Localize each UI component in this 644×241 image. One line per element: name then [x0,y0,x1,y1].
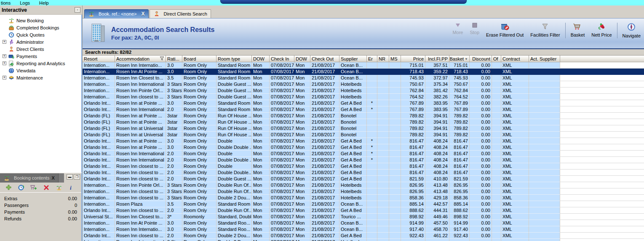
column-header-dow[interactable]: DOW [252,56,270,62]
table-row[interactable]: Orlando Int...Rosen Inn at Pointe ...3.0… [83,138,644,144]
column-header-dow[interactable]: DOW [294,56,310,62]
table-row[interactable]: Orlando (FL)Rosen Inn at Universal3starR… [83,125,644,132]
cell-act-supplier [529,157,560,163]
column-header-basket[interactable]: Basket▼ [449,56,470,62]
cell-room-type: Run Of House ... [216,132,252,138]
nett-price-button[interactable]: Nett Price [588,22,615,38]
booking-contents-tab[interactable]: Booking contents X [0,173,59,183]
table-row[interactable]: Orlando Int...Rosen Inn closest to ...2.… [83,207,644,214]
table-row[interactable]: Universal St...Rosen Inn Closest to...3*… [83,214,644,220]
menu-item-help[interactable]: Help [39,0,49,5]
column-header-check-in[interactable]: Check In [270,56,294,62]
sidebar-item-completed-bookings[interactable]: Completed Bookings [0,24,81,31]
collapse-button[interactable]: - [75,7,80,13]
table-row[interactable]: Internation...Rosen Inn Internatio...3.0… [83,226,644,233]
table-row[interactable]: Orlando Int...Rosen Inn International2.0… [83,157,644,163]
expand-icon[interactable]: + [3,54,6,58]
cell-resort: Orlando Int... [83,233,115,239]
delete-icon[interactable] [43,184,50,191]
table-row[interactable]: Orlando (FL)Rosen Inn at Pointe ...3star… [83,113,644,119]
erase-filtered-out-button[interactable]: Erase Filtered Out [483,22,527,38]
column-header-check-out[interactable]: Check Out [310,56,339,62]
table-row[interactable]: Orlando Int...Rosen Inn closest to ...2.… [83,233,644,239]
cell-check-in: 07/08/2017 [270,106,294,113]
sidebar-item-reporting-and-analytics[interactable]: +Reporting and Analytics [0,60,81,67]
cell-rati-: 2.0 [166,207,182,214]
table-row[interactable]: Internation...Rosen Inn Internatio...3.0… [83,62,644,69]
table-row[interactable]: Internation...Rosen Inn Closest to...3.5… [83,75,644,81]
cell-of [492,106,501,113]
table-row[interactable]: Internation...Rosen Inn Pointe Orl...3 S… [83,182,644,188]
table-row[interactable]: Orlando Int...Rosen Inn closest to ...2.… [83,176,644,182]
facilities-filter-button[interactable]: Facilities Filter [527,22,563,38]
table-row[interactable]: Orlando Int...Rosen Inn International2.0… [83,106,644,113]
table-row[interactable]: Orlando Int...Rosen Inn closest to ...2.… [83,163,644,169]
table-row[interactable]: Internation...Rosen Inn International3 S… [83,81,644,87]
table-row[interactable]: Orlando (FL)Rosen Inn at Pointe ...3star… [83,119,644,125]
column-header-price[interactable]: Price [401,56,425,62]
palm-small-icon[interactable] [55,184,63,191]
table-row[interactable]: Internation...Rosen Inn At Pointe ...3.0… [83,69,644,75]
expand-icon[interactable]: + [3,61,6,65]
column-header-contract[interactable]: Contract [501,56,529,62]
table-row[interactable]: Orlando Int...Rosen Inn International2.0… [83,151,644,157]
table-row[interactable]: Internation...Rosen Inn Pointe Orl...3 S… [83,87,644,94]
cell-resort: Orlando (FL) [83,132,115,138]
sidebar-item-payments[interactable]: +$Payments [0,53,81,60]
sidebar-item-maintenance[interactable]: +Maintenance [0,74,81,81]
column-header-room-type[interactable]: Room type [216,56,252,62]
table-row[interactable]: Internation...Rosen Inn International3 S… [83,239,644,241]
column-header-accommodation[interactable]: Accommodation [115,56,166,62]
sidebar-item-label: New Booking [16,18,44,23]
info-icon[interactable]: i [68,184,75,191]
tab-direct-clients-search[interactable]: Direct Clients Search [150,9,211,18]
sidebar-item-viewdata[interactable]: Viewdata [0,67,81,74]
cell-rati-: 3star [166,119,182,125]
maximize-button[interactable]: ❐ [74,174,80,180]
table-row[interactable]: Orlando Int...Rosen Inn closest to ...2.… [83,169,644,176]
column-header-incl-fl-pp[interactable]: Incl.Fl.PP [425,56,449,62]
cell-dow: Mon [294,239,310,241]
navigate-button[interactable]: Navigate [619,22,644,39]
cell-rati-: 3.0 [166,220,182,226]
column-header-board[interactable]: Board [182,56,216,62]
basket-button[interactable]: Basket [567,22,588,38]
close-icon[interactable]: X [142,11,145,17]
column-header-ms[interactable]: MS [389,56,401,62]
expand-icon[interactable]: + [3,40,6,44]
table-row[interactable]: Internation...Rosen Inn closest to ...3 … [83,188,644,195]
column-header-discount[interactable]: Discount [470,56,492,62]
minimize-button[interactable]: ▬ [67,174,73,180]
menu-item-logs[interactable]: Logs [20,0,30,5]
cart-transfer-icon[interactable] [30,184,37,191]
column-header-resort[interactable]: Resort [83,56,115,62]
sidebar-item-direct-clients[interactable]: Direct Clients [0,45,81,53]
column-header-rati-[interactable]: Rati... [166,56,182,62]
column-header-supplier[interactable]: Supplier [339,56,367,62]
expand-icon[interactable]: + [3,76,6,79]
cell-nr [377,75,389,81]
cell-supplier: Get A Bed [339,100,367,106]
clock-refresh-icon[interactable] [17,184,25,191]
cell-resort: Orlando Int... [83,144,115,151]
add-icon[interactable] [5,184,12,191]
table-row[interactable]: Internation...Rosen Inn At Pointe ...3.0… [83,220,644,226]
menu-item-tions[interactable]: tions [1,0,11,5]
column-header-act-supplier[interactable]: Act. Supplier [529,56,560,62]
column-header-nr[interactable]: NR [377,56,389,62]
table-row[interactable]: Orlando (FL)Rosen Inn at Universal3starR… [83,132,644,138]
row-filler [560,87,644,94]
table-row[interactable]: Internation...Rosen Inn closest to ...3 … [83,94,644,100]
sidebar-item-new-booking[interactable]: New Booking [0,17,81,24]
column-header-er[interactable]: Er [367,56,377,62]
table-row[interactable]: Internation...Rosen Plaza3.5Room OnlySta… [83,201,644,207]
tab-book-ref[interactable]: Book. ref.: <none> X [84,9,149,18]
table-row[interactable]: Orlando Int...Rosen Inn at Pointe ...3.0… [83,100,644,106]
table-row[interactable]: Internation...Rosen Inn closest to ...3 … [83,195,644,201]
filter-funnel-icon[interactable] [160,56,164,61]
column-header-of[interactable]: Of [492,56,501,62]
table-row[interactable]: Orlando Int...Rosen Inn at Pointe ...3.0… [83,144,644,151]
sidebar-item-quick-quotes[interactable]: Quick Quotes [0,31,81,38]
sidebar-item-administrator[interactable]: +Administrator [0,38,81,45]
close-icon[interactable]: X [51,175,54,180]
